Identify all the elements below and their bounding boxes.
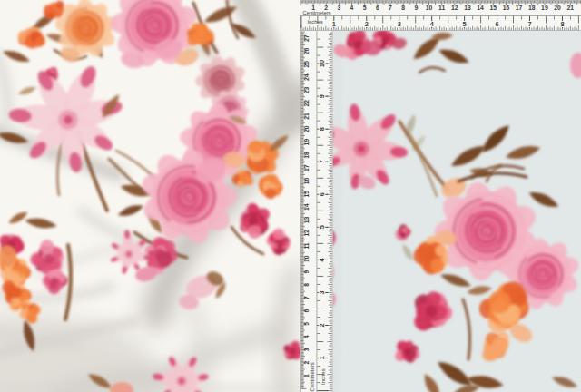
svg-text:2: 2: [318, 323, 326, 327]
svg-text:Centimeters: Centimeters: [303, 10, 331, 15]
svg-text:17: 17: [516, 5, 523, 11]
svg-text:15: 15: [303, 191, 310, 198]
svg-text:9: 9: [318, 94, 326, 98]
svg-text:8: 8: [303, 283, 310, 287]
svg-text:17: 17: [303, 164, 310, 172]
svg-text:11: 11: [438, 5, 445, 11]
svg-text:19: 19: [541, 5, 548, 11]
svg-text:5: 5: [363, 5, 367, 11]
svg-text:24: 24: [303, 74, 310, 81]
svg-text:20: 20: [554, 5, 561, 11]
svg-text:21: 21: [303, 113, 310, 120]
svg-text:18: 18: [303, 152, 310, 159]
svg-text:7: 7: [527, 20, 531, 28]
svg-text:9: 9: [414, 5, 418, 11]
svg-text:11: 11: [303, 242, 310, 249]
svg-text:10: 10: [303, 255, 310, 262]
svg-text:3: 3: [303, 348, 310, 351]
svg-text:18: 18: [528, 5, 536, 11]
svg-text:6: 6: [303, 309, 310, 312]
svg-text:27: 27: [303, 34, 310, 42]
svg-text:21: 21: [567, 5, 575, 11]
svg-text:6: 6: [495, 20, 498, 28]
svg-text:4: 4: [350, 5, 354, 11]
svg-text:20: 20: [303, 125, 310, 132]
svg-text:5: 5: [318, 225, 326, 229]
svg-text:8: 8: [401, 5, 405, 11]
svg-text:2: 2: [365, 20, 369, 28]
svg-text:8: 8: [318, 127, 326, 131]
svg-text:12: 12: [451, 5, 458, 11]
svg-text:8: 8: [560, 20, 564, 28]
svg-text:7: 7: [303, 296, 310, 299]
svg-text:22: 22: [303, 100, 310, 107]
svg-text:7: 7: [389, 5, 392, 11]
svg-text:Inches: Inches: [308, 19, 323, 24]
svg-text:10: 10: [318, 60, 326, 67]
svg-text:16: 16: [303, 178, 310, 185]
svg-text:13: 13: [464, 5, 471, 11]
svg-text:3: 3: [318, 290, 326, 294]
svg-text:Inches: Inches: [320, 368, 326, 385]
svg-text:3: 3: [398, 20, 401, 28]
svg-text:14: 14: [303, 203, 310, 211]
svg-text:5: 5: [463, 20, 467, 28]
svg-text:23: 23: [303, 86, 310, 93]
svg-text:25: 25: [303, 61, 310, 68]
svg-text:16: 16: [503, 5, 510, 11]
svg-text:3: 3: [338, 5, 341, 11]
svg-text:19: 19: [303, 139, 310, 146]
svg-text:12: 12: [303, 230, 310, 237]
svg-text:7: 7: [318, 160, 326, 163]
svg-text:6: 6: [318, 192, 326, 196]
svg-text:10: 10: [426, 5, 433, 11]
svg-text:1: 1: [318, 356, 326, 359]
svg-text:6: 6: [376, 5, 379, 11]
svg-text:14: 14: [477, 5, 484, 11]
svg-text:5: 5: [303, 322, 310, 326]
svg-text:1: 1: [332, 20, 336, 28]
svg-text:9: 9: [303, 270, 310, 273]
svg-text:13: 13: [303, 216, 310, 223]
svg-text:15: 15: [490, 5, 497, 11]
svg-text:26: 26: [303, 48, 310, 55]
svg-text:Centimeters: Centimeters: [310, 362, 315, 391]
svg-text:4: 4: [303, 335, 310, 338]
